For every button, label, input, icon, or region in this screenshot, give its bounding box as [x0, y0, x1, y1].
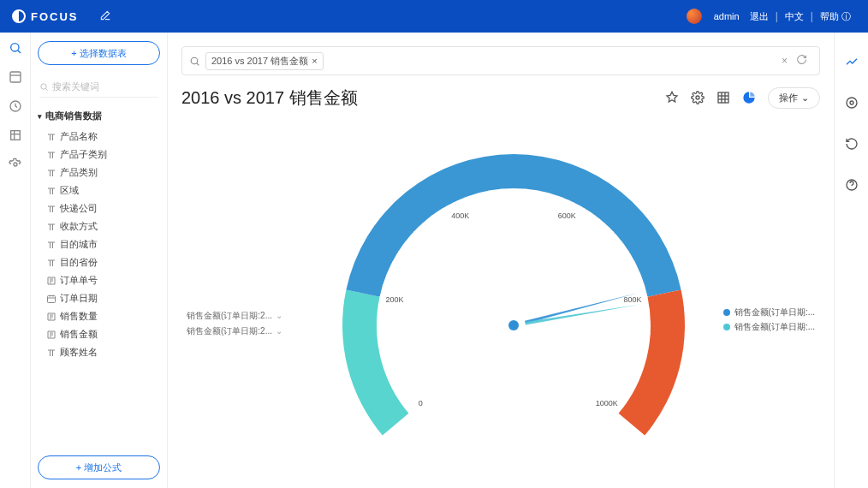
- svg-rect-5: [10, 131, 20, 140]
- svg-line-70: [454, 202, 456, 206]
- field-item[interactable]: 目的省份: [46, 253, 160, 271]
- series-toggle-item[interactable]: 销售金额(订单日期:2...: [187, 324, 282, 339]
- field-item[interactable]: 产品名称: [46, 128, 160, 146]
- rail-history-icon[interactable]: [9, 99, 22, 113]
- tree-root[interactable]: 电商销售数据: [38, 110, 160, 122]
- svg-line-54: [384, 369, 389, 371]
- svg-line-74: [501, 189, 502, 194]
- field-item[interactable]: 产品类别: [46, 164, 160, 182]
- svg-line-91: [645, 309, 650, 310]
- svg-line-81: [582, 208, 585, 212]
- svg-line-97: [633, 380, 638, 382]
- svg-line-79: [561, 197, 562, 202]
- svg-rect-45: [718, 92, 728, 103]
- field-item[interactable]: 订单日期: [46, 289, 160, 307]
- svg-line-50: [408, 410, 413, 414]
- svg-line-96: [638, 369, 643, 371]
- help-panel-icon[interactable]: [840, 173, 864, 197]
- svg-point-0: [10, 44, 18, 51]
- svg-point-44: [696, 96, 699, 99]
- svg-line-82: [592, 215, 595, 219]
- reset-icon[interactable]: [840, 132, 864, 156]
- svg-point-42: [191, 57, 198, 64]
- svg-line-53: [389, 380, 393, 382]
- rail-data-icon[interactable]: [9, 128, 22, 142]
- rail-dashboard-icon[interactable]: [9, 70, 22, 84]
- chevron-down-icon: ⌄: [801, 92, 809, 104]
- field-item[interactable]: 区域: [46, 182, 160, 199]
- settings-icon[interactable]: [686, 86, 710, 110]
- svg-line-52: [395, 390, 399, 393]
- series-toggle-item[interactable]: 销售金额(订单日期:2...: [187, 308, 282, 324]
- svg-line-85: [617, 241, 621, 244]
- logo-icon: [12, 9, 26, 23]
- svg-line-100: [615, 410, 619, 414]
- field-item[interactable]: 目的城市: [46, 235, 160, 253]
- chart-view-icon[interactable]: [737, 86, 761, 110]
- svg-text:0: 0: [419, 399, 423, 408]
- table-view-icon[interactable]: [711, 86, 735, 110]
- rail-settings-icon[interactable]: [9, 158, 22, 171]
- title-bar: 2016 vs 2017 销售金额 操作 ⌄: [168, 82, 834, 120]
- field-item[interactable]: 销售数量: [46, 307, 160, 325]
- pin-icon[interactable]: [660, 86, 684, 110]
- svg-line-88: [635, 273, 640, 275]
- svg-line-98: [628, 390, 633, 393]
- rail-search-icon[interactable]: [9, 41, 22, 55]
- user-name[interactable]: admin: [714, 11, 740, 21]
- svg-line-67: [423, 223, 426, 226]
- field-item[interactable]: 产品子类别: [46, 146, 160, 164]
- actions-button[interactable]: 操作 ⌄: [768, 87, 820, 109]
- svg-line-73: [489, 191, 490, 196]
- logout-link[interactable]: 退出: [750, 10, 769, 23]
- svg-line-90: [643, 297, 648, 298]
- search-icon: [39, 82, 49, 92]
- field-item[interactable]: 快递公司: [46, 199, 160, 217]
- right-rail: [834, 33, 868, 488]
- svg-line-86: [624, 251, 628, 253]
- svg-point-107: [508, 320, 519, 330]
- select-datasource-button[interactable]: + 选择数据表: [38, 41, 160, 65]
- field-tree: 电商销售数据 产品名称产品子类别产品类别区域快递公司收款方式目的城市目的省份订单…: [38, 106, 160, 455]
- field-item[interactable]: 收款方式: [46, 217, 160, 235]
- avatar[interactable]: [687, 9, 702, 24]
- brand-logo: FOCUS: [12, 9, 79, 23]
- svg-line-80: [571, 202, 574, 206]
- svg-line-84: [609, 231, 613, 235]
- svg-line-51: [401, 401, 406, 403]
- field-item[interactable]: 销售金额: [46, 325, 160, 343]
- gauge-chart: 0200K400K600K800K1000K: [274, 128, 753, 471]
- field-item[interactable]: 订单单号: [46, 271, 160, 289]
- chip-remove-icon[interactable]: ×: [312, 56, 317, 66]
- svg-line-61: [383, 285, 388, 287]
- help-link[interactable]: 帮助 ⓘ: [820, 10, 851, 23]
- svg-point-9: [41, 84, 46, 89]
- svg-line-87: [630, 262, 634, 265]
- edit-chart-icon[interactable]: [840, 50, 864, 74]
- sidebar-search[interactable]: 搜索关键词: [39, 77, 158, 98]
- query-refresh-icon[interactable]: [796, 54, 812, 68]
- lang-link[interactable]: 中文: [785, 10, 804, 23]
- query-clear-icon[interactable]: ×: [782, 55, 788, 67]
- svg-line-62: [387, 273, 392, 275]
- field-item[interactable]: 顾客姓名: [46, 343, 160, 361]
- query-bar[interactable]: 2016 vs 2017 销售金额× ×: [181, 46, 820, 75]
- svg-text:400K: 400K: [451, 211, 469, 220]
- sidebar: + 选择数据表 搜索关键词 电商销售数据 产品名称产品子类别产品类别区域快递公司…: [31, 33, 168, 488]
- svg-line-60: [379, 297, 384, 298]
- svg-text:200K: 200K: [385, 295, 403, 304]
- query-chip[interactable]: 2016 vs 2017 销售金额×: [205, 52, 324, 70]
- svg-line-77: [538, 191, 538, 196]
- svg-text:1000K: 1000K: [596, 399, 618, 408]
- svg-line-43: [197, 62, 199, 65]
- svg-text:800K: 800K: [623, 295, 641, 304]
- svg-line-72: [477, 193, 479, 199]
- svg-point-109: [847, 98, 857, 108]
- series-toggle: 销售金额(订单日期:2... 销售金额(订单日期:2...: [187, 308, 282, 339]
- add-formula-button[interactable]: + 增加公式: [38, 455, 160, 479]
- edit-icon[interactable]: [99, 9, 111, 24]
- svg-line-99: [621, 401, 626, 403]
- svg-line-69: [443, 208, 445, 212]
- help-icon: ⓘ: [841, 11, 851, 21]
- chart-settings-icon[interactable]: [840, 91, 864, 115]
